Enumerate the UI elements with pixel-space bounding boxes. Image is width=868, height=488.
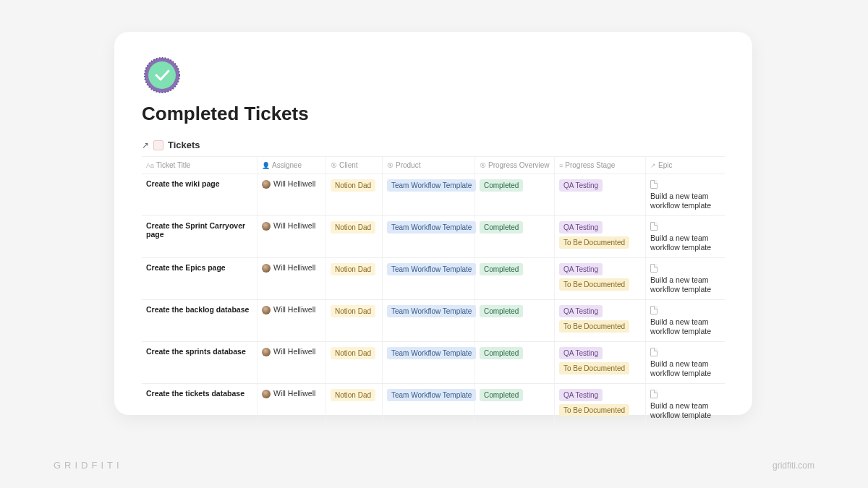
table-row[interactable]: Create the sprints databaseWill Helliwel… (142, 341, 725, 383)
col-client[interactable]: ⦿ Client (326, 157, 383, 174)
stage-cell[interactable]: QA Testing (555, 174, 646, 215)
progress-tag: Completed (480, 389, 523, 401)
assignee-cell[interactable]: Will Helliwell (258, 342, 326, 383)
assignee-cell[interactable]: Will Helliwell (258, 384, 326, 425)
epic-cell[interactable]: Build a new team workflow template (646, 258, 726, 299)
avatar (262, 180, 271, 189)
product-tag: Team Workflow Template (387, 263, 476, 275)
col-progress[interactable]: ⦿ Progress Overview (475, 157, 555, 174)
col-title[interactable]: Aa Ticket Title (142, 157, 258, 174)
epic-cell[interactable]: Build a new team workflow template (646, 384, 726, 425)
progress-tag: Completed (480, 221, 523, 234)
product-tag: Team Workflow Template (387, 221, 476, 234)
progress-tag: Completed (480, 179, 523, 192)
product-cell[interactable]: Team Workflow Template (383, 258, 475, 299)
page-icon (650, 264, 658, 273)
product-cell[interactable]: Team Workflow Template (383, 174, 475, 215)
stage-cell[interactable]: QA TestingTo Be Documented (555, 384, 646, 425)
col-client-label: Client (339, 161, 358, 169)
stage-tag: To Be Documented (559, 278, 629, 291)
stage-cell[interactable]: QA TestingTo Be Documented (555, 216, 646, 257)
progress-cell[interactable]: Completed (475, 174, 555, 215)
col-progress-label: Progress Overview (488, 161, 549, 169)
epic-link-text: Build a new team workflow template (650, 317, 721, 336)
progress-tag: Completed (480, 305, 523, 317)
avatar (262, 306, 271, 314)
assignee-cell[interactable]: Will Helliwell (258, 300, 326, 341)
table-row[interactable]: Create the backlog databaseWill Helliwel… (142, 299, 725, 341)
progress-cell[interactable]: Completed (475, 384, 555, 425)
product-cell[interactable]: Team Workflow Template (383, 342, 475, 383)
client-cell[interactable]: Notion Dad (326, 342, 383, 383)
assignee-cell[interactable]: Will Helliwell (258, 216, 326, 257)
epic-cell[interactable]: Build a new team workflow template (646, 216, 726, 257)
client-cell[interactable]: Notion Dad (326, 384, 383, 425)
col-product[interactable]: ⦿ Product (383, 157, 475, 174)
page-icon (650, 222, 658, 231)
select-column-icon: ⦿ (387, 162, 393, 169)
product-tag: Team Workflow Template (387, 389, 476, 401)
client-cell[interactable]: Notion Dad (326, 174, 383, 215)
page-icon (650, 306, 658, 314)
progress-tag: Completed (480, 347, 523, 359)
table-row[interactable]: Create the Epics pageWill HelliwellNotio… (142, 257, 725, 299)
ticket-title-cell[interactable]: Create the sprints database (142, 342, 258, 383)
page-icon (153, 140, 163, 150)
assignee-name: Will Helliwell (273, 221, 315, 230)
epic-link-text: Build a new team workflow template (650, 192, 721, 210)
table-row[interactable]: Create the tickets databaseWill Helliwel… (142, 383, 725, 425)
client-cell[interactable]: Notion Dad (326, 216, 383, 257)
client-cell[interactable]: Notion Dad (326, 300, 383, 341)
avatar (262, 390, 271, 398)
assignee-name: Will Helliwell (273, 389, 315, 398)
progress-cell[interactable]: Completed (475, 216, 555, 257)
client-tag: Notion Dad (331, 347, 375, 359)
page-title: Completed Tickets (142, 103, 725, 125)
table-row[interactable]: Create the Sprint Carryover pageWill Hel… (142, 215, 725, 257)
col-epic[interactable]: ↗ Epic (646, 157, 726, 174)
person-column-icon: 👤 (262, 162, 270, 169)
assignee-cell[interactable]: Will Helliwell (258, 258, 326, 299)
relation-column-icon: ↗ (650, 162, 656, 169)
stage-cell[interactable]: QA TestingTo Be Documented (555, 258, 646, 299)
progress-cell[interactable]: Completed (475, 258, 555, 299)
stage-tag: QA Testing (559, 347, 603, 359)
client-tag: Notion Dad (331, 263, 375, 275)
assignee-name: Will Helliwell (273, 179, 315, 188)
client-cell[interactable]: Notion Dad (326, 258, 383, 299)
epic-cell[interactable]: Build a new team workflow template (646, 300, 726, 341)
avatar (262, 264, 271, 273)
epic-cell[interactable]: Build a new team workflow template (646, 342, 726, 383)
stage-tag: QA Testing (559, 389, 603, 401)
product-cell[interactable]: Team Workflow Template (383, 216, 475, 257)
select-column-icon: ⦿ (331, 162, 337, 169)
table-row[interactable]: Create the wiki pageWill HelliwellNotion… (142, 174, 725, 215)
stage-cell[interactable]: QA TestingTo Be Documented (555, 342, 646, 383)
client-tag: Notion Dad (331, 389, 375, 401)
stage-tag: QA Testing (559, 221, 603, 234)
ticket-title-cell[interactable]: Create the wiki page (142, 174, 258, 215)
main-card: Completed Tickets ↗ Tickets Aa Ticket Ti… (114, 32, 752, 415)
epic-cell[interactable]: Build a new team workflow template (646, 174, 726, 215)
multiselect-column-icon: ≡ (559, 162, 563, 169)
col-epic-label: Epic (658, 161, 672, 169)
assignee-cell[interactable]: Will Helliwell (258, 174, 326, 215)
footer-brand: GRIDFITI (54, 460, 123, 471)
database-link[interactable]: ↗ Tickets (142, 140, 725, 150)
assignee-name: Will Helliwell (273, 347, 315, 356)
stage-cell[interactable]: QA TestingTo Be Documented (555, 300, 646, 341)
col-assignee[interactable]: 👤 Assignee (258, 157, 326, 174)
progress-cell[interactable]: Completed (475, 342, 555, 383)
ticket-title-cell[interactable]: Create the tickets database (142, 384, 258, 425)
product-cell[interactable]: Team Workflow Template (383, 300, 475, 341)
product-cell[interactable]: Team Workflow Template (383, 384, 475, 425)
table-body: Create the wiki pageWill HelliwellNotion… (142, 174, 725, 425)
ticket-title-cell[interactable]: Create the Epics page (142, 258, 258, 299)
svg-point-2 (148, 61, 176, 89)
col-title-label: Ticket Title (156, 161, 190, 169)
progress-cell[interactable]: Completed (475, 300, 555, 341)
ticket-title-cell[interactable]: Create the Sprint Carryover page (142, 216, 258, 257)
progress-tag: Completed (480, 263, 523, 275)
ticket-title-cell[interactable]: Create the backlog database (142, 300, 258, 341)
col-stage[interactable]: ≡ Progress Stage (555, 157, 646, 174)
